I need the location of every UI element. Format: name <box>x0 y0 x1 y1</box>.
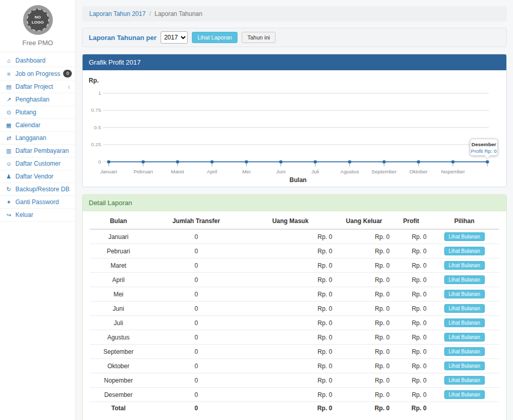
cell-uang_masuk: Rp. 0 <box>245 258 336 273</box>
cell-uang_keluar: Rp. 0 <box>336 388 393 402</box>
lihat-bulanan-button[interactable]: Lihat Bulanan <box>444 347 485 356</box>
cell-pilihan: Lihat Bulanan <box>429 258 499 273</box>
lihat-bulanan-button[interactable]: Lihat Bulanan <box>444 333 485 342</box>
cell-bulan: Desember <box>90 388 147 402</box>
x-tick-label: September <box>371 169 397 174</box>
app: NO LOGO Free PMO ⌂Dashboard≡Job on Progr… <box>0 0 513 420</box>
cell-jumlah_transfer: 0 <box>147 373 246 388</box>
lihat-bulanan-button[interactable]: Lihat Bulanan <box>444 376 485 385</box>
sidebar-item-label: Piutang <box>15 109 36 116</box>
profit-chart-panel: Grafik Profit 2017 Rp.00.250.50.751Janua… <box>82 54 507 187</box>
lihat-bulanan-button[interactable]: Lihat Bulanan <box>444 275 485 284</box>
breadcrumb-link[interactable]: Laporan Tahun 2017 <box>89 10 146 17</box>
main-content: Laporan Tahun 2017 / Laporan Tahunan Lap… <box>76 0 513 420</box>
tooltip-title: Desember <box>471 142 496 147</box>
lihat-bulanan-button[interactable]: Lihat Bulanan <box>444 232 485 241</box>
x-tick-label: April <box>207 169 217 174</box>
report-filter-bar: Laporan Tahunan per 2017 Lihat Laporan T… <box>82 28 507 47</box>
sidebar: NO LOGO Free PMO ⌂Dashboard≡Job on Progr… <box>0 0 76 420</box>
sidebar-item-piutang[interactable]: ⊙Piutang <box>0 106 75 119</box>
brand-name: Free PMO <box>0 39 75 47</box>
data-point <box>142 160 145 163</box>
table-row: Juli0Rp. 0Rp. 0Rp. 0Lihat Bulanan <box>90 316 499 330</box>
cell-profit: Rp. 0 <box>393 229 430 244</box>
cell-pilihan: Lihat Bulanan <box>429 359 499 373</box>
table-row: Agustus0Rp. 0Rp. 0Rp. 0Lihat Bulanan <box>90 330 499 345</box>
lihat-bulanan-button[interactable]: Lihat Bulanan <box>444 362 485 370</box>
sidebar-item-label: Dashboard <box>15 57 46 64</box>
lihat-bulanan-button[interactable]: Lihat Bulanan <box>444 261 485 270</box>
sidebar-item-label: Daftar Project <box>15 83 53 90</box>
data-point <box>245 160 248 163</box>
column-header-uang-masuk: Uang Masuk <box>245 213 336 229</box>
table-row: Pebruari0Rp. 0Rp. 0Rp. 0Lihat Bulanan <box>90 244 499 258</box>
table-row: Juni0Rp. 0Rp. 0Rp. 0Lihat Bulanan <box>90 302 499 316</box>
data-point <box>107 160 110 163</box>
lihat-bulanan-button[interactable]: Lihat Bulanan <box>444 390 485 399</box>
cell-bulan: Maret <box>90 258 147 273</box>
sidebar-item-job-on-progress[interactable]: ≡Job on Progress0 <box>0 67 75 81</box>
sidebar-item-penghasilan[interactable]: ↗Penghasilan <box>0 93 75 106</box>
sidebar-item-calendar[interactable]: ▦Calendar <box>0 119 75 132</box>
sidebar-item-langganan[interactable]: ⇄Langganan <box>0 132 75 145</box>
cell-bulan: Nopember <box>90 373 147 388</box>
lihat-bulanan-button[interactable]: Lihat Bulanan <box>444 318 485 327</box>
vendor-icon: ♟ <box>5 173 12 180</box>
tahun-ini-button[interactable]: Tahun ini <box>242 32 275 43</box>
cell-uang_keluar: Rp. 0 <box>336 330 393 345</box>
cell-profit: Rp. 0 <box>393 373 430 388</box>
cell-uang_keluar: Rp. 0 <box>336 229 393 244</box>
sidebar-item-daftar-project[interactable]: ▤Daftar Project‹ <box>0 81 75 93</box>
lihat-bulanan-button[interactable]: Lihat Bulanan <box>444 304 485 313</box>
x-tick-label: Juli <box>311 169 319 174</box>
sidebar-item-daftar-customer[interactable]: ☺Daftar Customer <box>0 157 75 170</box>
cell-uang_keluar: Rp. 0 <box>336 244 393 258</box>
cell-bulan: Juni <box>90 302 147 316</box>
cell-uang_keluar: Rp. 0 <box>336 345 393 359</box>
payment-icon: ▥ <box>5 148 12 154</box>
logo: NO LOGO <box>23 5 53 35</box>
lihat-bulanan-button[interactable]: Lihat Bulanan <box>444 247 485 255</box>
cell-uang_masuk: Rp. 0 <box>245 345 336 359</box>
sidebar-item-label: Job on Progress <box>15 70 60 77</box>
detail-panel-title: Detail Laporan <box>83 195 506 211</box>
lihat-laporan-button[interactable]: Lihat Laporan <box>192 32 238 43</box>
cell-uang_keluar: Rp. 0 <box>336 373 393 388</box>
cell-bulan: Mei <box>90 287 147 302</box>
cell-profit: Rp. 0 <box>393 388 430 402</box>
cell-uang_keluar: Rp. 0 <box>336 302 393 316</box>
cell-bulan: April <box>90 273 147 287</box>
y-tick-label: 0 <box>98 159 101 165</box>
sidebar-item-backup-restore-db[interactable]: ↻Backup/Restore DB <box>0 183 75 196</box>
sidebar-item-dashboard[interactable]: ⌂Dashboard <box>0 54 75 67</box>
sidebar-item-daftar-vendor[interactable]: ♟Daftar Vendor <box>0 170 75 183</box>
table-row: Mei0Rp. 0Rp. 0Rp. 0Lihat Bulanan <box>90 287 499 302</box>
table-row: Oktober0Rp. 0Rp. 0Rp. 0Lihat Bulanan <box>90 359 499 373</box>
cell-jumlah_transfer: 0 <box>147 316 246 330</box>
year-select[interactable]: 2017 <box>161 31 188 44</box>
sidebar-item-label: Daftar Customer <box>15 160 61 167</box>
lihat-bulanan-button[interactable]: Lihat Bulanan <box>444 290 485 298</box>
no-logo-stamp: NO LOGO <box>27 9 49 31</box>
cell-uang_masuk: Rp. 0 <box>245 359 336 373</box>
detail-body: BulanJumlah TransferUang MasukUang Kelua… <box>83 211 506 420</box>
cell-profit: Rp. 0 <box>393 402 430 415</box>
column-header-jumlah-transfer: Jumlah Transfer <box>147 213 246 229</box>
table-row: Januari0Rp. 0Rp. 0Rp. 0Lihat Bulanan <box>90 229 499 244</box>
table-icon: ▤ <box>5 84 12 90</box>
cell-pilihan: Lihat Bulanan <box>429 229 499 244</box>
y-tick-label: 1 <box>98 90 101 96</box>
tooltip-text: Profit Rp: 0 <box>471 148 497 154</box>
sidebar-item-label: Keluar <box>15 211 33 218</box>
cell-jumlah_transfer: 0 <box>147 345 246 359</box>
sidebar-item-keluar[interactable]: ↪Keluar <box>0 209 75 222</box>
sidebar-item-ganti-password[interactable]: ✦Ganti Password <box>0 196 75 209</box>
sidebar-item-daftar-pembayaran[interactable]: ▥Daftar Pembayaran <box>0 145 75 157</box>
total-row: Total0Rp. 0Rp. 0Rp. 0 <box>90 402 499 415</box>
x-tick-label: Pebruari <box>133 169 153 174</box>
breadcrumb-current: Laporan Tahunan <box>154 10 202 17</box>
table-row: Desember0Rp. 0Rp. 0Rp. 0Lihat Bulanan <box>90 388 499 402</box>
tooltip-pointer <box>484 155 490 159</box>
sidebar-item-label: Langganan <box>15 134 46 142</box>
subscription-icon: ⇄ <box>5 135 12 142</box>
